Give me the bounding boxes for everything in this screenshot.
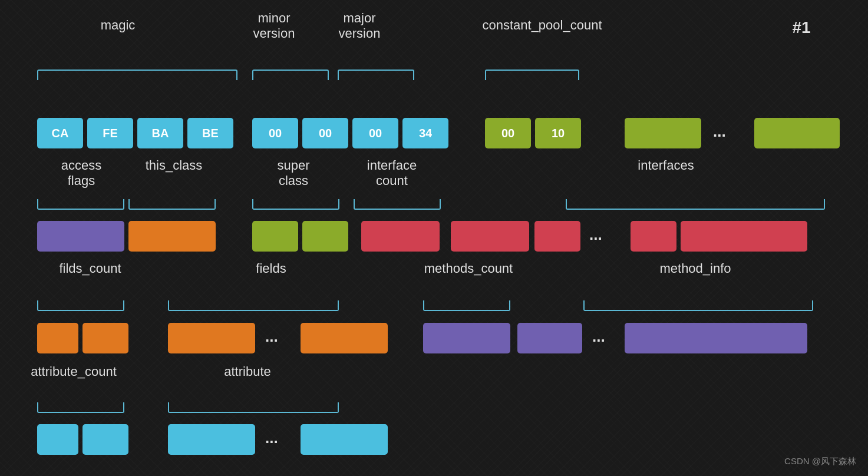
bracket-interfaces — [566, 199, 825, 210]
diagram: magic minorversion majorversion constant… — [0, 0, 868, 476]
bracket-method-info — [583, 300, 813, 311]
label-interfaces: interfaces — [607, 158, 725, 173]
bracket-minor-version — [252, 70, 329, 80]
box-super-class-1 — [252, 221, 298, 252]
dots-attribute: ... — [265, 429, 278, 447]
bracket-methods-count — [423, 300, 510, 311]
box-00-olive: 00 — [485, 118, 531, 148]
label-constant-pool-count: constant_pool_count — [460, 18, 625, 33]
box-attr-count-1 — [37, 424, 78, 455]
bracket-interface-count — [354, 199, 441, 210]
label-magic: magic — [65, 18, 171, 33]
box-cp2 — [754, 118, 840, 148]
box-this-class — [128, 221, 216, 252]
label-interface-count: interfacecount — [345, 158, 439, 189]
bracket-attribute — [168, 402, 339, 413]
box-interface-count-1 — [361, 221, 440, 252]
box-fields-count-2 — [82, 323, 128, 353]
label-methods-count: methods_count — [401, 261, 536, 276]
dots-fields: ... — [265, 328, 278, 346]
box-ca: CA — [37, 118, 83, 148]
label-method-info: method_info — [631, 261, 760, 276]
box-cp1 — [625, 118, 701, 148]
bracket-magic — [37, 70, 237, 80]
box-00-2: 00 — [302, 118, 348, 148]
box-super-class-2 — [302, 221, 348, 252]
label-attribute-count: attribute_count — [12, 364, 136, 379]
bracket-super-class — [252, 199, 339, 210]
label-super-class: superclass — [252, 158, 335, 189]
box-00-1: 00 — [252, 118, 298, 148]
box-00-3: 00 — [352, 118, 398, 148]
box-method-info-1 — [517, 323, 582, 353]
box-interfaces-2 — [534, 221, 580, 252]
box-attr-1 — [168, 424, 255, 455]
watermark: CSDN @风下森林 — [784, 456, 856, 467]
bracket-fields-count — [37, 300, 124, 311]
bracket-access-flags — [37, 199, 124, 210]
dots-cp: ... — [713, 123, 726, 141]
bracket-attribute-count — [37, 402, 124, 413]
label-this-class: this_class — [130, 158, 218, 173]
bracket-constant-pool-count — [485, 70, 579, 80]
box-fields-1 — [168, 323, 255, 353]
bracket-major-version — [338, 70, 414, 80]
box-34: 34 — [402, 118, 448, 148]
box-methods-count-1 — [423, 323, 510, 353]
dots-interfaces: ... — [589, 226, 602, 244]
dots-methods: ... — [592, 328, 605, 346]
label-fields-count: filds_count — [37, 261, 143, 276]
label-attribute: attribute — [194, 364, 301, 379]
box-interfaces-4 — [681, 221, 807, 252]
label-minor-version: minorversion — [236, 11, 312, 42]
box-10-olive: 10 — [535, 118, 581, 148]
box-method-info-2 — [625, 323, 807, 353]
box-access-flags — [37, 221, 124, 252]
box-be: BE — [187, 118, 233, 148]
box-ba: BA — [137, 118, 183, 148]
box-fields-2 — [301, 323, 388, 353]
box-interfaces-1 — [451, 221, 529, 252]
box-fields-count-1 — [37, 323, 78, 353]
box-attr-count-2 — [82, 424, 128, 455]
label-major-version: majorversion — [321, 11, 398, 42]
bracket-fields — [168, 300, 339, 311]
bracket-this-class — [128, 199, 216, 210]
label-access-flags: accessflags — [37, 158, 126, 189]
box-fe: FE — [87, 118, 133, 148]
label-fields: fields — [218, 261, 324, 276]
box-interfaces-3 — [631, 221, 676, 252]
box-attr-2 — [301, 424, 388, 455]
label-hash1: #1 — [772, 18, 831, 38]
